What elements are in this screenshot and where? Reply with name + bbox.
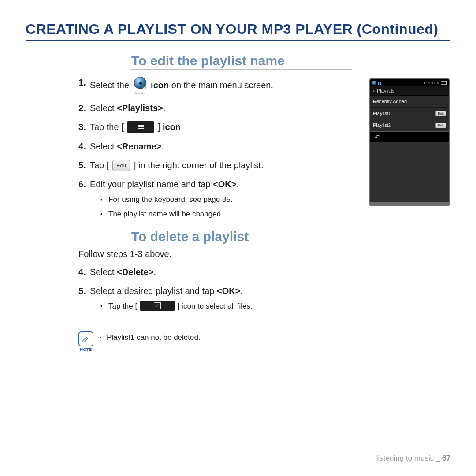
breadcrumb-arrow-icon: ▸ bbox=[373, 89, 375, 93]
step-6-text-a: Edit your playlist name and tap bbox=[90, 179, 213, 189]
device-screenshot: ▮▮ 09:33 PM ▸ Playlists Recently Added P… bbox=[369, 78, 450, 206]
step-4-text-a: Select bbox=[90, 141, 117, 151]
note-icon: NOTE bbox=[78, 331, 93, 352]
step-5-text-b: ] in the right corner of the playlist. bbox=[134, 160, 264, 170]
step-1-text-b: icon bbox=[151, 80, 169, 90]
device-row-2-name: Playlist2 bbox=[373, 123, 391, 128]
step-6-text-c: . bbox=[236, 179, 239, 189]
delete-step-5-c: . bbox=[240, 286, 243, 296]
music-disc-icon bbox=[372, 81, 376, 85]
delete-step-5: Select a desired playlist and tap <OK>. … bbox=[78, 285, 450, 312]
step-3-text-c: icon bbox=[163, 122, 181, 132]
step-4-text-b: <Rename> bbox=[117, 141, 161, 151]
step-1-text-a: Select the bbox=[90, 80, 132, 90]
step-1: Select the Music icon on the main menu s… bbox=[78, 77, 308, 95]
step-5-text-a: Tap [ bbox=[90, 160, 112, 170]
delete-step-5-sub: Tap the [ ✓ ] icon to select all files. bbox=[100, 301, 450, 312]
footer-section: listening to music bbox=[376, 454, 434, 462]
delete-step-5-a: Select a desired playlist and tap bbox=[90, 286, 217, 296]
note-label: NOTE bbox=[78, 347, 93, 352]
device-bottom-bar: ↶ bbox=[370, 131, 449, 142]
step-4-text-c: . bbox=[161, 141, 164, 151]
device-row-2-edit-button: Edit bbox=[435, 123, 446, 128]
step-6-sub-1: For using the keyboard, see page 35. bbox=[100, 195, 308, 205]
delete-sub-b: ] icon to select all files. bbox=[178, 302, 253, 311]
select-all-checkbox-icon: ✓ bbox=[140, 301, 175, 311]
step-6: Edit your playlist name and tap <OK>. Fo… bbox=[78, 178, 308, 219]
step-2-text-b: <Playlists> bbox=[117, 103, 163, 113]
section-heading-delete: To delete a playlist bbox=[131, 229, 352, 245]
step-3: Tap the [ ] icon. bbox=[78, 121, 308, 134]
hamburger-menu-icon bbox=[127, 121, 154, 133]
device-row-recently-added: Recently Added bbox=[370, 96, 449, 108]
music-icon-label: Music bbox=[133, 91, 148, 96]
delete-step-4-b: <Delete> bbox=[117, 267, 153, 277]
delete-step-5-b: <OK> bbox=[217, 286, 240, 296]
device-header-title: Playlists bbox=[377, 88, 394, 93]
page-title: CREATING A PLAYLIST ON YOUR MP3 PLAYER (… bbox=[26, 21, 450, 41]
device-header: ▸ Playlists bbox=[370, 86, 449, 96]
pencil-note-icon bbox=[82, 335, 90, 343]
battery-icon bbox=[441, 81, 447, 85]
pause-icon: ▮▮ bbox=[378, 81, 381, 85]
delete-step-4-a: Select bbox=[90, 267, 117, 277]
step-2: Select <Playlists>. bbox=[78, 102, 308, 114]
footer-sep: _ bbox=[434, 454, 442, 462]
step-4: Select <Rename>. bbox=[78, 141, 308, 152]
footer-page-number: 67 bbox=[442, 454, 450, 462]
delete-step-4: Select <Delete>. bbox=[78, 266, 450, 278]
edit-button-icon: Edit bbox=[112, 160, 130, 171]
step-2-text-c: . bbox=[163, 103, 166, 113]
device-row-playlist2: Playlist2 Edit bbox=[370, 119, 449, 131]
delete-sub-a: Tap the [ bbox=[108, 302, 139, 311]
follow-steps-text: Follow steps 1-3 above. bbox=[78, 249, 450, 259]
step-3-text-b: ] bbox=[158, 122, 163, 132]
delete-step-4-c: . bbox=[154, 267, 156, 277]
music-icon: Music bbox=[133, 77, 148, 95]
device-row-playlist1: Playlist1 Edit bbox=[370, 108, 449, 119]
device-row-1-edit-button: Edit bbox=[435, 111, 446, 116]
device-row-1-name: Playlist1 bbox=[373, 111, 391, 116]
page-footer: listening to music _ 67 bbox=[376, 454, 450, 463]
device-statusbar: ▮▮ 09:33 PM bbox=[370, 79, 449, 86]
note-text: Playlist1 can not be deleted. bbox=[100, 333, 201, 342]
step-5: Tap [ Edit ] in the right corner of the … bbox=[78, 160, 308, 171]
step-2-text-a: Select bbox=[90, 103, 117, 113]
step-1-text-c: on the main menu screen. bbox=[169, 80, 273, 90]
step-3-text-a: Tap the [ bbox=[90, 122, 126, 132]
step-6-text-b: <OK> bbox=[213, 179, 236, 189]
step-6-sub-2: The playlist name will be changed. bbox=[100, 209, 308, 219]
device-time: 09:33 PM bbox=[424, 81, 439, 85]
back-icon: ↶ bbox=[375, 134, 380, 141]
step-3-text-d: . bbox=[181, 122, 183, 132]
device-row-0-name: Recently Added bbox=[373, 99, 407, 104]
section-heading-edit: To edit the playlist name bbox=[131, 53, 352, 70]
